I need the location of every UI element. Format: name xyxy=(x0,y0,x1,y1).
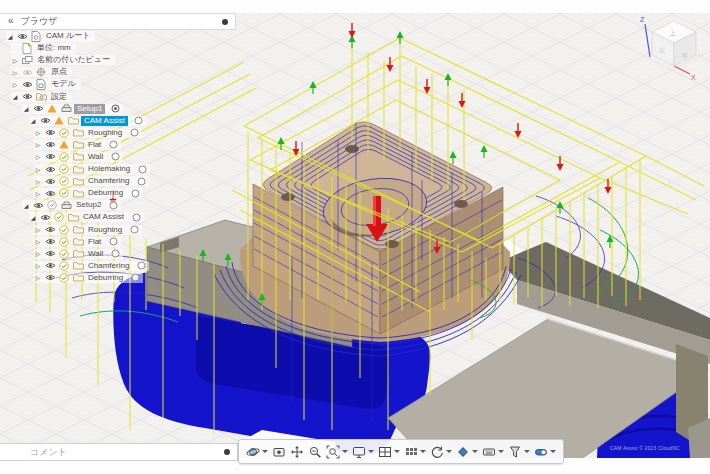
caret-expanded-icon[interactable]: ◢ xyxy=(22,202,30,209)
radio-icon[interactable] xyxy=(132,213,141,222)
dropdown-caret-icon[interactable] xyxy=(368,450,374,453)
eye-icon[interactable] xyxy=(44,177,56,186)
tree-row--[interactable]: ▷原点 xyxy=(0,66,236,78)
radio-icon[interactable] xyxy=(138,165,147,174)
tree-row-deburring[interactable]: ▷Deburring xyxy=(0,272,236,284)
tree-row-cam-assist[interactable]: ◢CAM Assist xyxy=(0,211,236,223)
tree-row-flat[interactable]: ▷Flat xyxy=(0,139,236,151)
filter-button[interactable] xyxy=(507,444,531,460)
radio-icon[interactable] xyxy=(109,140,118,149)
tree-row-setup1[interactable]: ◢Setup1 xyxy=(0,103,236,115)
radio-icon[interactable] xyxy=(134,116,143,125)
eye-icon[interactable] xyxy=(44,237,56,246)
caret-expanded-icon[interactable]: ◢ xyxy=(22,105,30,112)
caret-collapsed-icon[interactable]: ▷ xyxy=(34,250,42,257)
caret-expanded-icon[interactable]: ◢ xyxy=(29,117,37,124)
viewcube-top-label[interactable]: 上 xyxy=(669,30,676,36)
refresh-button[interactable] xyxy=(429,444,453,460)
caret-collapsed-icon[interactable]: ▷ xyxy=(34,129,42,136)
tree-row--mm[interactable]: 単位: mm xyxy=(0,42,236,54)
eye-icon[interactable] xyxy=(16,32,28,41)
tree-row--[interactable]: ◢設定 xyxy=(0,90,236,102)
tree-row-chamfering[interactable]: ▷Chamfering xyxy=(0,175,236,187)
caret-expanded-icon[interactable]: ◢ xyxy=(6,33,14,40)
caret-collapsed-icon[interactable]: ▷ xyxy=(34,238,42,245)
caret-collapsed-icon[interactable]: ▷ xyxy=(34,262,42,269)
tree-row-chamfering[interactable]: ▷Chamfering xyxy=(0,260,236,272)
radio-icon[interactable] xyxy=(130,225,139,234)
pan-button[interactable] xyxy=(289,444,305,460)
comment-input[interactable]: コメント xyxy=(30,446,67,459)
look-at-button[interactable] xyxy=(271,444,287,460)
dropdown-caret-icon[interactable] xyxy=(498,450,504,453)
viewcube-front-label[interactable]: 前 xyxy=(681,52,688,58)
radio-icon[interactable] xyxy=(137,177,146,186)
toolpath-toggle-button[interactable] xyxy=(533,444,557,460)
eye-icon[interactable] xyxy=(32,201,44,210)
caret-collapsed-icon[interactable]: ▷ xyxy=(34,178,42,185)
eye-icon[interactable] xyxy=(21,80,33,89)
dropdown-caret-icon[interactable] xyxy=(342,450,348,453)
panel-handle-dot[interactable] xyxy=(222,19,228,25)
viewport-layout-button[interactable] xyxy=(377,444,401,460)
eye-icon[interactable] xyxy=(39,116,51,125)
eye-icon[interactable] xyxy=(44,261,56,270)
zoom-button[interactable] xyxy=(307,444,323,460)
dropdown-caret-icon[interactable] xyxy=(524,450,530,453)
tree-row-wall[interactable]: ▷Wall xyxy=(0,151,236,163)
tree-row-roughing[interactable]: ▷Roughing xyxy=(0,224,236,236)
radio-icon[interactable] xyxy=(109,237,118,246)
tree-row-holemaking[interactable]: ▷Holemaking xyxy=(0,163,236,175)
eye-off-icon[interactable] xyxy=(21,68,33,77)
radio-icon[interactable] xyxy=(131,189,140,198)
caret-collapsed-icon[interactable]: ▷ xyxy=(34,141,42,148)
eye-icon[interactable] xyxy=(39,213,51,222)
eye-icon[interactable] xyxy=(44,189,56,198)
eye-icon[interactable] xyxy=(44,225,56,234)
tree-row--[interactable]: ▷名前の付いたビュー xyxy=(0,54,236,66)
eye-icon[interactable] xyxy=(44,128,56,137)
tree-row-cam-[interactable]: ◢CAM ルート xyxy=(0,30,236,42)
tree-row-flat[interactable]: ▷Flat xyxy=(0,236,236,248)
machine-button[interactable] xyxy=(481,444,505,460)
eye-icon[interactable] xyxy=(44,165,56,174)
tree-row-cam-assist[interactable]: ◢CAM Assist xyxy=(0,115,236,127)
caret-collapsed-icon[interactable]: ▷ xyxy=(34,274,42,281)
orbit-button[interactable] xyxy=(245,444,269,460)
caret-collapsed-icon[interactable]: ▷ xyxy=(11,69,19,76)
caret-collapsed-icon[interactable]: ▷ xyxy=(11,81,19,88)
radio-icon[interactable] xyxy=(111,152,120,161)
caret-expanded-icon[interactable]: ◢ xyxy=(11,93,19,100)
tree-row-roughing[interactable]: ▷Roughing xyxy=(0,127,236,139)
viewcube-left-label[interactable]: 左 xyxy=(659,47,665,53)
tree-row-deburring[interactable]: ▷Deburring xyxy=(0,187,236,199)
radio-icon[interactable] xyxy=(130,128,139,137)
radio-dot-icon[interactable] xyxy=(111,104,120,113)
tree-row-setup2[interactable]: ◢Setup2 xyxy=(0,199,236,211)
caret-collapsed-icon[interactable]: ▷ xyxy=(11,57,19,64)
caret-collapsed-icon[interactable]: ▷ xyxy=(34,226,42,233)
collapse-panel-icon[interactable]: « xyxy=(8,16,14,26)
simulation-button[interactable] xyxy=(455,444,479,460)
dropdown-caret-icon[interactable] xyxy=(472,450,478,453)
grid-snap-button[interactable] xyxy=(403,444,427,460)
fit-button[interactable] xyxy=(325,444,349,460)
eye-icon[interactable] xyxy=(32,104,44,113)
eye-icon[interactable] xyxy=(21,92,33,101)
dropdown-caret-icon[interactable] xyxy=(262,450,268,453)
caret-expanded-icon[interactable]: ◢ xyxy=(29,214,37,221)
eye-icon[interactable] xyxy=(44,249,56,258)
caret-collapsed-icon[interactable]: ▷ xyxy=(34,166,42,173)
radio-icon[interactable] xyxy=(111,249,120,258)
tree-row--[interactable]: ▷モデル xyxy=(0,78,236,90)
eye-icon[interactable] xyxy=(44,140,56,149)
dropdown-caret-icon[interactable] xyxy=(446,450,452,453)
dropdown-caret-icon[interactable] xyxy=(420,450,426,453)
dropdown-caret-icon[interactable] xyxy=(550,450,556,453)
radio-icon[interactable] xyxy=(137,261,146,270)
eye-icon[interactable] xyxy=(44,273,56,282)
radio-icon[interactable] xyxy=(109,201,118,210)
display-settings-button[interactable] xyxy=(351,444,375,460)
eye-icon[interactable] xyxy=(44,152,56,161)
comment-bar[interactable]: コメント xyxy=(0,443,238,461)
